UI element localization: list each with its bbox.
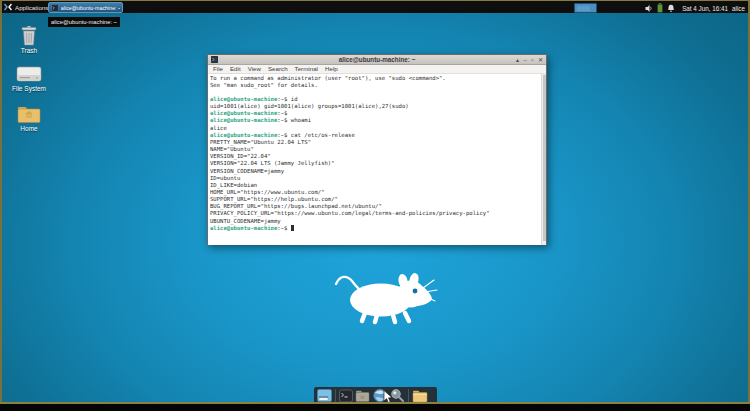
terminal-line: uid=1001(alice) gid=1001(alice) groups=1… bbox=[210, 103, 490, 110]
top-panel: Applications alice@ubuntu-machine: ~ Sat… bbox=[1, 1, 749, 13]
home-folder-icon bbox=[17, 105, 41, 124]
terminal-line: To run a command as administrator (user … bbox=[210, 75, 490, 82]
minimize-button[interactable]: – bbox=[523, 55, 526, 65]
terminal-line: UBUNTU_CODENAME=jammy bbox=[210, 218, 490, 225]
terminal-line: PRETTY_NAME="Ubuntu 22.04 LTS" bbox=[210, 139, 490, 146]
terminal-scrollbar[interactable] bbox=[541, 74, 546, 246]
terminal-line: ID_LIKE=debian bbox=[210, 182, 490, 189]
workspace-switcher[interactable] bbox=[574, 3, 597, 13]
terminal-line: VERSION="22.04 LTS (Jammy Jellyfish)" bbox=[210, 160, 490, 167]
hard-drive-icon bbox=[15, 65, 43, 84]
xfce-logo-icon bbox=[4, 3, 12, 11]
screen-border-top bbox=[0, 0, 750, 1]
terminal-line: alice@ubuntu-machine:~$ id bbox=[210, 96, 490, 103]
notification-bell-icon[interactable] bbox=[667, 4, 675, 13]
volume-icon[interactable] bbox=[645, 4, 653, 13]
terminal-line: ID=ubuntu bbox=[210, 175, 490, 182]
terminal-line bbox=[210, 89, 490, 96]
screen-bottom-black-band bbox=[0, 404, 750, 411]
menu-file[interactable]: File bbox=[213, 65, 223, 72]
dock-separator bbox=[408, 389, 409, 402]
workspace-window bbox=[577, 6, 590, 11]
mouse-eye bbox=[413, 289, 418, 294]
taskbar-window-button[interactable]: alice@ubuntu-machine: ~ bbox=[48, 2, 123, 13]
menu-search[interactable]: Search bbox=[268, 65, 288, 72]
user-indicator[interactable]: alice bbox=[732, 5, 745, 12]
clock[interactable]: Sat 4 Jun, 16:41 bbox=[682, 5, 728, 12]
taskbar-tooltip: alice@ubuntu-machine: ~ bbox=[48, 17, 120, 27]
desktop-icon-filesystem[interactable]: File System bbox=[1, 65, 57, 92]
menu-edit[interactable]: Edit bbox=[230, 65, 241, 72]
terminal-line: PRIVACY_POLICY_URL="https://www.ubuntu.c… bbox=[210, 210, 490, 217]
maximize-button[interactable]: ▫ bbox=[531, 55, 533, 65]
terminal-line: See "man sudo_root" for details. bbox=[210, 82, 490, 89]
close-button[interactable]: ✕ bbox=[538, 55, 543, 65]
terminal-line: HOME_URL="https://www.ubuntu.com/" bbox=[210, 189, 490, 196]
terminal-output: To run a command as administrator (user … bbox=[210, 75, 490, 232]
menu-help[interactable]: Help bbox=[325, 65, 338, 72]
desktop-icon-home[interactable]: Home bbox=[1, 105, 57, 132]
terminal-menubar: FileEditViewSearchTerminalHelp bbox=[208, 65, 546, 74]
terminal-window: alice@ubuntu-machine: ~ ▴ – ▫ ✕ FileEdit… bbox=[207, 54, 547, 245]
trash-icon bbox=[18, 26, 40, 46]
dock-file-manager-icon[interactable] bbox=[355, 389, 370, 403]
xubuntu-mouse-logo bbox=[333, 271, 443, 326]
terminal-line: alice bbox=[210, 125, 490, 132]
dock-folder-icon[interactable] bbox=[412, 389, 428, 403]
dock-terminal-icon[interactable] bbox=[339, 389, 353, 403]
terminal-line: alice@ubuntu-machine:~$ bbox=[210, 225, 490, 232]
dock-desktop-icon[interactable] bbox=[317, 389, 332, 403]
terminal-icon bbox=[51, 4, 59, 12]
terminal-line: VERSION_CODENAME=jammy bbox=[210, 168, 490, 175]
terminal-title: alice@ubuntu-machine: ~ bbox=[208, 56, 546, 63]
dock-separator bbox=[335, 389, 336, 402]
desktop-icon-label: File System bbox=[12, 85, 46, 92]
menu-view[interactable]: View bbox=[248, 65, 261, 72]
desktop-icon-label: Home bbox=[20, 125, 37, 132]
desktop-icon-label: Trash bbox=[21, 47, 37, 54]
terminal-window-icon bbox=[211, 56, 218, 63]
terminal-titlebar[interactable]: alice@ubuntu-machine: ~ ▴ – ▫ ✕ bbox=[208, 55, 546, 65]
desktop-icon-trash[interactable]: Trash bbox=[1, 26, 57, 54]
screen-border-left bbox=[0, 0, 2, 404]
applications-label: Applications bbox=[15, 4, 48, 11]
terminal-line: alice@ubuntu-machine:~$ cat /etc/os-rele… bbox=[210, 132, 490, 139]
applications-menu[interactable]: Applications bbox=[1, 1, 51, 13]
terminal-line: BUG_REPORT_URL="https://bugs.launchpad.n… bbox=[210, 203, 490, 210]
menu-terminal[interactable]: Terminal bbox=[295, 65, 318, 72]
terminal-line: SUPPORT_URL="https://help.ubuntu.com/" bbox=[210, 196, 490, 203]
terminal-line: VERSION_ID="22.04" bbox=[210, 153, 490, 160]
terminal-line: NAME="Ubuntu" bbox=[210, 146, 490, 153]
terminal-line: alice@ubuntu-machine:~$ bbox=[210, 110, 490, 117]
taskbar-button-label: alice@ubuntu-machine: ~ bbox=[61, 5, 120, 11]
scrollbar-thumb[interactable] bbox=[543, 75, 546, 241]
terminal-line: alice@ubuntu-machine:~$ whoami bbox=[210, 117, 490, 124]
shade-button[interactable]: ▴ bbox=[516, 55, 519, 65]
battery-icon[interactable] bbox=[657, 3, 663, 13]
terminal-body[interactable]: To run a command as administrator (user … bbox=[208, 74, 546, 246]
